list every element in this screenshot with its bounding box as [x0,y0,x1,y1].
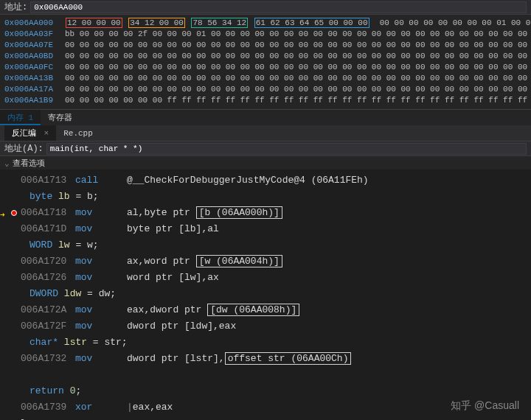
asm-line: 006A1726movword ptr [lw],ax [0,270,531,286]
operand-highlight: [dw (06AA008h)] [207,304,299,316]
operand: al,byte ptr [b (06AA000h)] [127,205,282,221]
hex-address: 0x006AA03F [4,29,65,40]
hex-row: 0x006AA07E00 00 00 00 00 00 00 00 00 00 … [4,40,527,51]
watermark: 知乎 @Casuall [451,399,519,413]
operand: ax,word ptr [w (06AA004h)] [127,253,282,270]
view-options-label: 查看选项 [13,158,45,169]
function-address-bar: 地址(A): [0,141,531,156]
memory-tabs: 内存 1寄存器 [0,109,531,125]
hex-highlight: 12 00 00 00 [66,18,122,28]
hex-highlight: 34 12 00 00 [128,18,185,28]
operand-highlight: [b (06AA000h)] [196,206,282,219]
file-tab[interactable]: Re.cpp [56,127,100,140]
source-line: return 0; [0,383,531,399]
function-input[interactable] [46,143,527,155]
hex-row: 0x006AA0BD00 00 00 00 00 00 00 00 00 00 … [4,51,527,62]
function-label: 地址(A): [4,142,44,155]
operand: eax,dword ptr [dw (06AA008h)] [127,302,299,318]
hex-bytes: 00 00 00 00 00 00 00 00 00 00 00 00 00 0… [65,40,531,51]
code-address: 006A172A [21,302,75,318]
code-address: 006A1713 [21,172,75,189]
operand: eax,eax [133,399,173,416]
mnemonic: mov [75,302,127,318]
hex-address: 0x006AA17A [4,84,65,95]
code-address: 006A1732 [21,351,75,367]
operand: word ptr [lw],ax [127,270,219,286]
code-address: 006A1726 [21,270,75,286]
hex-row: 0x006AA03Fbb 00 00 00 00 2f 00 00 00 01 … [4,29,527,40]
hex-address: 0x006AA0FC [4,62,65,73]
source-line: byte lb = b; [0,189,531,205]
hex-address: 0x006AA000 [4,18,65,29]
address-input[interactable] [30,1,527,13]
hex-bytes: 00 00 00 00 00 00 00 00 00 00 00 00 00 0… [65,73,531,84]
hex-row: 0x006AA00012 00 00 00 34 12 00 00 78 56 … [4,18,527,29]
chevron-down-icon[interactable]: ⌄ [4,158,10,168]
address-label: 地址: [4,1,27,13]
hex-bytes: 00 00 00 00 00 00 00 00 00 00 00 00 00 0… [65,62,531,73]
hex-bytes: 00 00 00 00 00 00 00 ff ff ff ff ff ff f… [65,95,531,106]
hex-address: 0x006AA07E [4,40,65,51]
memory-address-bar: 地址: [0,0,531,15]
mnemonic: call [75,172,127,189]
mnemonic: mov [75,253,127,270]
code-address: 006A1739 [21,399,75,416]
close-icon[interactable]: × [44,129,49,138]
blank-line [0,367,531,383]
asm-line: 006A171Dmovbyte ptr [lb],al [0,221,531,237]
asm-line: 006A172Fmovdword ptr [ldw],eax [0,318,531,335]
disassembly-header: 反汇编 × Re.cpp [0,125,531,141]
operand-highlight: offset str (06AA00Ch) [225,352,352,365]
hex-row: 0x006AA1B900 00 00 00 00 00 00 ff ff ff … [4,95,527,106]
code-address: 006A171D [21,221,75,237]
code-address: 006A172F [21,318,75,335]
hex-bytes: bb 00 00 00 00 2f 00 00 00 01 00 00 00 0… [65,29,531,40]
source-line: WORD lw = w; [0,237,531,253]
asm-line: 006A1713call@__CheckForDebuggerJustMyCod… [0,172,531,189]
asm-line: 006A1720movax,word ptr [w (06AA004h)] [0,253,531,270]
operand-highlight: [w (06AA004h)] [196,255,282,267]
hex-address: 0x006AA13B [4,73,65,84]
mnemonic: mov [75,318,127,335]
brace-line: } [0,416,531,420]
hex-row: 0x006AA17A00 00 00 00 00 00 00 00 00 00 … [4,84,527,95]
hex-address: 0x006AA1B9 [4,95,65,106]
operand: dword ptr [lstr],offset str (06AA00Ch) [127,351,351,367]
memory-tab[interactable]: 寄存器 [41,110,80,125]
mnemonic: mov [75,270,127,286]
mnemonic: mov [75,221,127,237]
asm-line: 006A1732movdword ptr [lstr],offset str (… [0,351,531,367]
breakpoint-icon[interactable] [11,210,17,216]
asm-line: ➜006A1718moval,byte ptr [b (06AA000h)] [0,205,531,221]
hex-row: 0x006AA0FC00 00 00 00 00 00 00 00 00 00 … [4,62,527,73]
hex-bytes: 12 00 00 00 34 12 00 00 78 56 34 12 61 6… [65,18,531,29]
operand: dword ptr [ldw],eax [127,318,236,335]
disassembly-tab[interactable]: 反汇编 × [4,125,56,141]
operand: byte ptr [lb],al [127,221,219,237]
operand: @__CheckForDebuggerJustMyCode@4 (06A11FE… [127,172,369,189]
hex-highlight: 61 62 63 64 65 00 00 00 [254,18,369,28]
hex-address: 0x006AA0BD [4,51,65,62]
view-options-row[interactable]: ⌄ 查看选项 [0,156,531,169]
disassembly-code-view: 006A1713call@__CheckForDebuggerJustMyCod… [0,169,531,420]
mnemonic: mov [75,351,127,367]
hex-dump-view: 0x006AA00012 00 00 00 34 12 00 00 78 56 … [0,15,531,109]
hex-row: 0x006AA13B00 00 00 00 00 00 00 00 00 00 … [4,73,527,84]
source-line: DWORD ldw = dw; [0,286,531,302]
mnemonic: xor [75,399,127,416]
source-line: char* lstr = str; [0,335,531,351]
hex-bytes: 00 00 00 00 00 00 00 00 00 00 00 00 00 0… [65,51,531,62]
hex-bytes: 00 00 00 00 00 00 00 00 00 00 00 00 00 0… [65,84,531,95]
memory-tab[interactable]: 内存 1 [0,110,41,125]
code-address: 006A1720 [21,253,75,270]
mnemonic: mov [75,205,127,221]
hex-highlight: 78 56 34 12 [191,18,248,28]
code-address: 006A1718 [21,205,75,221]
asm-line: 006A172Amoveax,dword ptr [dw (06AA008h)] [0,302,531,318]
